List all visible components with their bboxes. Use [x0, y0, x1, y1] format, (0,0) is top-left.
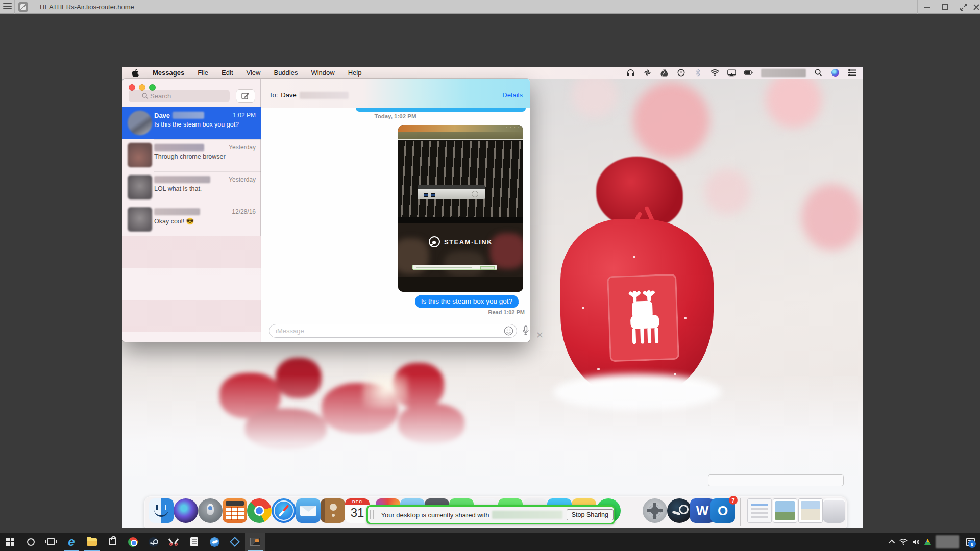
- bluetooth-icon[interactable]: [694, 68, 702, 77]
- diamond-icon: [230, 537, 240, 547]
- dock-system-preferences-icon[interactable]: [643, 498, 667, 523]
- contact-name: Dave: [154, 112, 170, 119]
- conversation-row-dave[interactable]: Dave 1:02 PM Is this the steam box you g…: [122, 107, 261, 139]
- dock-safari-icon[interactable]: [272, 498, 296, 523]
- search-input[interactable]: Search: [129, 90, 230, 102]
- taskbar-diamond-app[interactable]: [225, 533, 245, 551]
- dock-trash-icon[interactable]: [823, 498, 845, 523]
- dock-mail-icon[interactable]: [296, 498, 321, 523]
- pinwheel-icon[interactable]: [643, 68, 652, 77]
- hidden-icons-chevron[interactable]: [890, 540, 895, 544]
- wifi-icon[interactable]: [710, 68, 719, 77]
- close-button[interactable]: [973, 0, 980, 14]
- spotlight-icon[interactable]: [814, 68, 823, 77]
- dock-outlook-icon[interactable]: O 7: [710, 498, 735, 523]
- vnc-window-title: HEATHERs-Air.fios-router.home: [40, 3, 134, 11]
- dock-calendar-icon[interactable]: DEC 31: [345, 498, 370, 523]
- notification-center-icon[interactable]: [848, 68, 856, 77]
- sharing-status-text: Your desktop is currently shared with: [381, 511, 489, 519]
- dock-launchpad-icon[interactable]: [198, 498, 223, 523]
- dock-chrome-icon[interactable]: [247, 498, 272, 523]
- windows-logo-icon: [6, 538, 14, 546]
- cortana-search-button[interactable]: [20, 533, 41, 551]
- dock-siri-icon[interactable]: [174, 498, 198, 523]
- recipient-row: To: Dave: [269, 91, 349, 99]
- dock-downloads-stack[interactable]: [798, 498, 823, 523]
- outlook-unread-badge: 7: [729, 496, 738, 505]
- dock-document-stack[interactable]: [747, 498, 772, 523]
- maximize-button[interactable]: [936, 0, 954, 14]
- menu-item-help[interactable]: Help: [348, 69, 362, 77]
- battery-icon[interactable]: [744, 68, 753, 77]
- sidebar-empty-rows: [122, 236, 261, 342]
- google-drive-icon[interactable]: [660, 68, 669, 77]
- calendar-day: 31: [345, 506, 370, 520]
- conversation-row[interactable]: Yesterday Through chrome browser: [122, 139, 261, 171]
- apple-menu-icon[interactable]: [131, 68, 139, 77]
- redacted-recipient-name: [300, 92, 349, 99]
- taskbar-thunderbird[interactable]: [204, 533, 225, 551]
- dock-calculator-icon[interactable]: [223, 498, 247, 523]
- dictation-button[interactable]: [522, 325, 529, 336]
- translucent-overlay-box: [708, 474, 844, 486]
- photo-message-steam-link[interactable]: • • • • STEAM·LINK: [398, 125, 523, 292]
- taskbar-steam[interactable]: [143, 533, 163, 551]
- menu-item-buddies[interactable]: Buddies: [274, 69, 298, 77]
- fullscreen-button[interactable]: [954, 0, 973, 14]
- compose-button[interactable]: [236, 89, 255, 103]
- conversation-time: 1:02 PM: [233, 112, 256, 119]
- taskbar-store[interactable]: [102, 533, 122, 551]
- minimize-icon: [924, 7, 930, 8]
- dock-finder-icon[interactable]: [149, 498, 174, 523]
- vnc-app-icon: [18, 2, 28, 12]
- dock-contacts-icon[interactable]: [321, 498, 345, 523]
- taskbar-notepad[interactable]: [184, 533, 204, 551]
- steam-logo-icon: [429, 236, 440, 247]
- status-circle-icon[interactable]: [677, 68, 685, 77]
- menu-item-window[interactable]: Window: [311, 69, 334, 77]
- start-button[interactable]: [0, 533, 20, 551]
- notification-count-badge: 8: [968, 540, 976, 548]
- conversation-preview: Is this the steam box you got?: [154, 121, 256, 128]
- menu-item-app[interactable]: Messages: [153, 69, 184, 77]
- file-explorer-icon: [87, 538, 97, 546]
- siri-icon[interactable]: [831, 68, 840, 77]
- menu-item-file[interactable]: File: [198, 69, 208, 77]
- details-link[interactable]: Details: [502, 91, 523, 99]
- text-cursor: [275, 327, 275, 335]
- taskbar-snipping-tool[interactable]: [163, 533, 184, 551]
- volume-icon[interactable]: [912, 539, 920, 545]
- fullscreen-icon: [960, 4, 967, 11]
- conversation-row[interactable]: Yesterday LOL what is that.: [122, 171, 261, 204]
- messages-window: Search Dave 1:02 PM Is this the steam bo…: [122, 79, 530, 342]
- network-icon[interactable]: [899, 539, 908, 545]
- emoji-picker-button[interactable]: [504, 326, 513, 336]
- headphones-icon[interactable]: [626, 68, 635, 77]
- action-center-button[interactable]: 8: [964, 534, 977, 549]
- conversation-time: Yesterday: [229, 176, 256, 183]
- conversation-row[interactable]: 12/28/16 Okay cool! 😎: [122, 204, 261, 236]
- dock-steam-icon[interactable]: [667, 498, 692, 523]
- google-drive-tray-icon[interactable]: [924, 539, 931, 545]
- redacted-contact-name: [173, 112, 204, 119]
- banner-grip[interactable]: [370, 510, 371, 519]
- airplay-icon[interactable]: [727, 68, 736, 77]
- menu-item-view[interactable]: View: [247, 69, 261, 77]
- taskbar-edge[interactable]: e: [61, 533, 82, 551]
- taskbar-vnc-viewer-active[interactable]: [245, 533, 265, 551]
- recipient-name: Dave: [281, 91, 296, 99]
- redacted-menu-bar-clock: [761, 69, 806, 77]
- taskbar-file-explorer[interactable]: [82, 533, 102, 551]
- taskbar-chrome[interactable]: [122, 533, 143, 551]
- task-view-button[interactable]: [41, 533, 61, 551]
- hamburger-menu-icon[interactable]: [3, 3, 12, 11]
- banner-grip[interactable]: [373, 510, 374, 519]
- document-icon: [190, 537, 198, 546]
- dock-screenshot-stack[interactable]: [773, 498, 797, 523]
- message-input[interactable]: iMessage: [269, 324, 517, 338]
- desktop-sharing-banner: Your desktop is currently shared with St…: [366, 505, 615, 524]
- stop-sharing-button[interactable]: Stop Sharing: [567, 509, 614, 520]
- minimize-button[interactable]: [918, 0, 936, 14]
- menu-item-edit[interactable]: Edit: [222, 69, 233, 77]
- redacted-tray-clock: [936, 535, 959, 548]
